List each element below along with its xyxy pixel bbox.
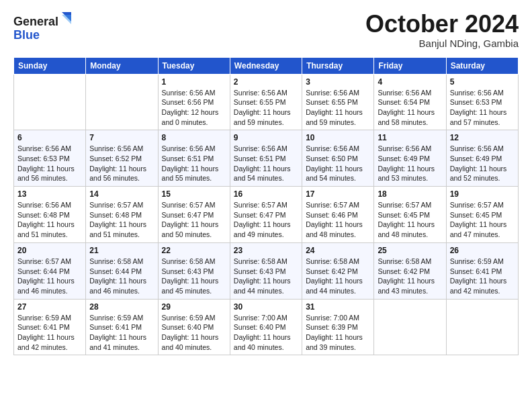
day-info: Sunrise: 6:56 AMSunset: 6:53 PMDaylight:… bbox=[17, 144, 82, 183]
day-info: Sunrise: 6:58 AMSunset: 6:44 PMDaylight:… bbox=[89, 257, 154, 296]
calendar-cell: 9Sunrise: 6:56 AMSunset: 6:51 PMDaylight… bbox=[230, 130, 302, 187]
day-number: 2 bbox=[234, 77, 298, 87]
day-info: Sunrise: 6:56 AMSunset: 6:52 PMDaylight:… bbox=[89, 144, 154, 183]
day-info: Sunrise: 6:56 AMSunset: 6:54 PMDaylight:… bbox=[378, 88, 442, 128]
day-number: 21 bbox=[89, 246, 154, 255]
day-number: 3 bbox=[306, 77, 370, 87]
day-number: 26 bbox=[450, 246, 515, 255]
day-number: 31 bbox=[306, 302, 370, 312]
calendar-cell: 31Sunrise: 7:00 AMSunset: 6:39 PMDayligh… bbox=[302, 299, 374, 355]
day-number: 24 bbox=[306, 246, 370, 255]
calendar-cell: 23Sunrise: 6:58 AMSunset: 6:43 PMDayligh… bbox=[230, 242, 302, 299]
day-number: 28 bbox=[89, 302, 154, 312]
weekday-header-row: SundayMondayTuesdayWednesdayThursdayFrid… bbox=[14, 57, 519, 74]
calendar-cell: 24Sunrise: 6:58 AMSunset: 6:42 PMDayligh… bbox=[302, 242, 374, 299]
day-number: 22 bbox=[162, 246, 226, 255]
day-info: Sunrise: 7:00 AMSunset: 6:40 PMDaylight:… bbox=[234, 313, 298, 353]
day-number: 13 bbox=[17, 189, 82, 199]
day-number: 27 bbox=[17, 302, 82, 312]
day-info: Sunrise: 6:58 AMSunset: 6:43 PMDaylight:… bbox=[162, 257, 226, 296]
day-info: Sunrise: 6:57 AMSunset: 6:48 PMDaylight:… bbox=[89, 200, 154, 240]
day-info: Sunrise: 6:59 AMSunset: 6:41 PMDaylight:… bbox=[89, 313, 154, 353]
day-number: 25 bbox=[378, 246, 442, 255]
day-number: 5 bbox=[450, 77, 515, 87]
weekday-header-sunday: Sunday bbox=[14, 57, 86, 74]
calendar-cell: 27Sunrise: 6:59 AMSunset: 6:41 PMDayligh… bbox=[14, 299, 86, 355]
weekday-header-friday: Friday bbox=[374, 57, 446, 74]
calendar-cell: 3Sunrise: 6:56 AMSunset: 6:55 PMDaylight… bbox=[302, 74, 374, 130]
calendar-cell: 12Sunrise: 6:56 AMSunset: 6:49 PMDayligh… bbox=[446, 130, 518, 187]
calendar-cell bbox=[14, 74, 86, 130]
day-info: Sunrise: 6:56 AMSunset: 6:55 PMDaylight:… bbox=[306, 88, 370, 128]
day-number: 16 bbox=[234, 189, 298, 199]
day-info: Sunrise: 6:56 AMSunset: 6:51 PMDaylight:… bbox=[234, 144, 298, 183]
page: General Blue October 2024 Banjul NDing, … bbox=[0, 0, 532, 411]
day-info: Sunrise: 6:58 AMSunset: 6:42 PMDaylight:… bbox=[378, 257, 442, 296]
day-number: 20 bbox=[17, 246, 82, 255]
calendar-cell: 25Sunrise: 6:58 AMSunset: 6:42 PMDayligh… bbox=[374, 242, 446, 299]
calendar-cell: 30Sunrise: 7:00 AMSunset: 6:40 PMDayligh… bbox=[230, 299, 302, 355]
calendar-cell: 4Sunrise: 6:56 AMSunset: 6:54 PMDaylight… bbox=[374, 74, 446, 130]
day-info: Sunrise: 6:59 AMSunset: 6:41 PMDaylight:… bbox=[450, 257, 515, 296]
day-info: Sunrise: 6:57 AMSunset: 6:47 PMDaylight:… bbox=[234, 200, 298, 240]
day-info: Sunrise: 6:56 AMSunset: 6:49 PMDaylight:… bbox=[450, 144, 515, 183]
calendar-cell: 26Sunrise: 6:59 AMSunset: 6:41 PMDayligh… bbox=[446, 242, 518, 299]
weekday-header-monday: Monday bbox=[86, 57, 158, 74]
day-info: Sunrise: 7:00 AMSunset: 6:39 PMDaylight:… bbox=[306, 313, 370, 353]
title-block: October 2024 Banjul NDing, Gambia bbox=[365, 11, 519, 49]
day-number: 18 bbox=[378, 189, 442, 199]
day-number: 8 bbox=[162, 133, 226, 142]
week-row-5: 27Sunrise: 6:59 AMSunset: 6:41 PMDayligh… bbox=[14, 299, 519, 355]
month-title: October 2024 bbox=[365, 11, 519, 38]
day-info: Sunrise: 6:56 AMSunset: 6:50 PMDaylight:… bbox=[306, 144, 370, 183]
week-row-2: 6Sunrise: 6:56 AMSunset: 6:53 PMDaylight… bbox=[14, 130, 519, 187]
weekday-header-tuesday: Tuesday bbox=[158, 57, 230, 74]
calendar-table: SundayMondayTuesdayWednesdayThursdayFrid… bbox=[13, 57, 519, 356]
calendar-cell: 11Sunrise: 6:56 AMSunset: 6:49 PMDayligh… bbox=[374, 130, 446, 187]
day-number: 4 bbox=[378, 77, 442, 87]
logo: General Blue bbox=[13, 11, 74, 43]
calendar-cell: 8Sunrise: 6:56 AMSunset: 6:51 PMDaylight… bbox=[158, 130, 230, 187]
svg-text:General: General bbox=[13, 15, 58, 28]
day-info: Sunrise: 6:59 AMSunset: 6:40 PMDaylight:… bbox=[162, 313, 226, 353]
day-info: Sunrise: 6:56 AMSunset: 6:48 PMDaylight:… bbox=[17, 200, 82, 240]
day-number: 14 bbox=[89, 189, 154, 199]
day-number: 9 bbox=[234, 133, 298, 142]
day-info: Sunrise: 6:56 AMSunset: 6:56 PMDaylight:… bbox=[162, 88, 226, 128]
day-number: 7 bbox=[89, 133, 154, 142]
calendar-cell: 10Sunrise: 6:56 AMSunset: 6:50 PMDayligh… bbox=[302, 130, 374, 187]
calendar-cell: 16Sunrise: 6:57 AMSunset: 6:47 PMDayligh… bbox=[230, 187, 302, 243]
day-number: 6 bbox=[17, 133, 82, 142]
calendar-cell: 29Sunrise: 6:59 AMSunset: 6:40 PMDayligh… bbox=[158, 299, 230, 355]
svg-text:Blue: Blue bbox=[13, 28, 40, 42]
day-info: Sunrise: 6:56 AMSunset: 6:51 PMDaylight:… bbox=[162, 144, 226, 183]
day-info: Sunrise: 6:57 AMSunset: 6:45 PMDaylight:… bbox=[450, 200, 515, 240]
day-info: Sunrise: 6:56 AMSunset: 6:49 PMDaylight:… bbox=[378, 144, 442, 183]
calendar-cell: 6Sunrise: 6:56 AMSunset: 6:53 PMDaylight… bbox=[14, 130, 86, 187]
weekday-header-thursday: Thursday bbox=[302, 57, 374, 74]
day-info: Sunrise: 6:58 AMSunset: 6:42 PMDaylight:… bbox=[306, 257, 370, 296]
day-number: 29 bbox=[162, 302, 226, 312]
calendar-cell bbox=[446, 299, 518, 355]
day-info: Sunrise: 6:57 AMSunset: 6:46 PMDaylight:… bbox=[306, 200, 370, 240]
calendar-cell: 20Sunrise: 6:57 AMSunset: 6:44 PMDayligh… bbox=[14, 242, 86, 299]
week-row-3: 13Sunrise: 6:56 AMSunset: 6:48 PMDayligh… bbox=[14, 187, 519, 243]
calendar-cell bbox=[86, 74, 158, 130]
calendar-cell: 14Sunrise: 6:57 AMSunset: 6:48 PMDayligh… bbox=[86, 187, 158, 243]
calendar-cell: 1Sunrise: 6:56 AMSunset: 6:56 PMDaylight… bbox=[158, 74, 230, 130]
calendar-cell: 21Sunrise: 6:58 AMSunset: 6:44 PMDayligh… bbox=[86, 242, 158, 299]
week-row-4: 20Sunrise: 6:57 AMSunset: 6:44 PMDayligh… bbox=[14, 242, 519, 299]
day-info: Sunrise: 6:59 AMSunset: 6:41 PMDaylight:… bbox=[17, 313, 82, 353]
calendar-cell: 28Sunrise: 6:59 AMSunset: 6:41 PMDayligh… bbox=[86, 299, 158, 355]
calendar-cell: 2Sunrise: 6:56 AMSunset: 6:55 PMDaylight… bbox=[230, 74, 302, 130]
header: General Blue October 2024 Banjul NDing, … bbox=[13, 11, 519, 49]
day-number: 30 bbox=[234, 302, 298, 312]
day-number: 11 bbox=[378, 133, 442, 142]
day-info: Sunrise: 6:57 AMSunset: 6:44 PMDaylight:… bbox=[17, 257, 82, 296]
day-number: 12 bbox=[450, 133, 515, 142]
calendar-cell: 18Sunrise: 6:57 AMSunset: 6:45 PMDayligh… bbox=[374, 187, 446, 243]
day-info: Sunrise: 6:56 AMSunset: 6:55 PMDaylight:… bbox=[234, 88, 298, 128]
day-number: 10 bbox=[306, 133, 370, 142]
day-info: Sunrise: 6:56 AMSunset: 6:53 PMDaylight:… bbox=[450, 88, 515, 128]
weekday-header-saturday: Saturday bbox=[446, 57, 518, 74]
